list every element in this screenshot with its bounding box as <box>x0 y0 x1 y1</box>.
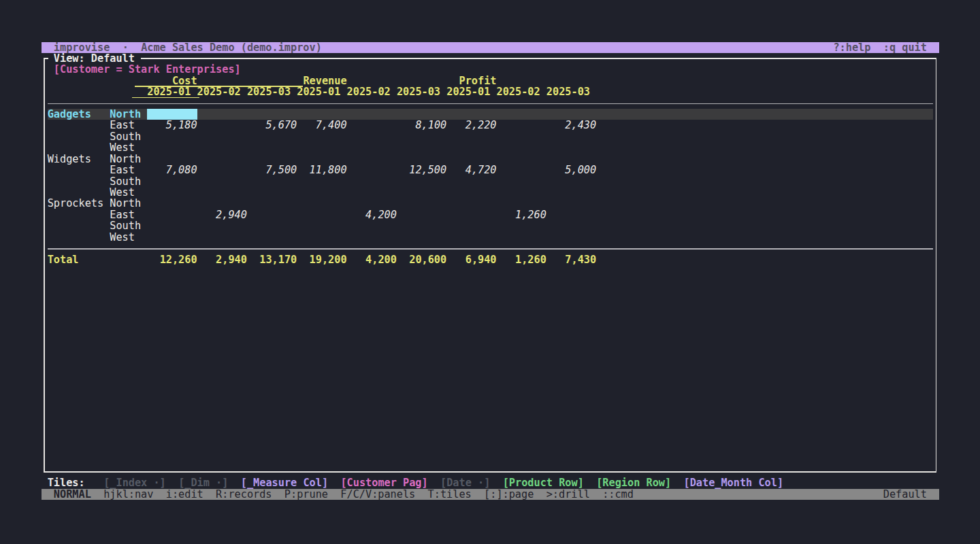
row-region-label[interactable]: South <box>110 220 141 231</box>
pivot-data-row: WidgetsNorth <box>42 154 940 165</box>
tile-column[interactable]: [Date_Month Col] <box>683 477 783 488</box>
title-separator-icon: · <box>122 42 129 53</box>
title-bar: improvise·Acme Sales Demo (demo.improv)?… <box>42 42 940 53</box>
col-header-month-3[interactable]: 2025-01 <box>297 86 340 97</box>
col-header-month-7[interactable]: 2025-02 <box>497 86 540 97</box>
col-header-month-0[interactable]: 2025-01 <box>147 86 191 97</box>
document-title: Acme Sales Demo (demo.improv) <box>141 42 322 53</box>
month-header-row: 2025-012025-022025-032025-012025-022025-… <box>42 86 940 97</box>
pivot-data-row: South <box>42 131 940 142</box>
pivot-data-row: South <box>42 220 940 231</box>
status-bar: NORMALhjkl:nav i:edit R:records P:prune … <box>42 489 940 500</box>
status-view-name: Default <box>883 489 927 500</box>
pivot-data-row: West <box>42 142 940 153</box>
cell-value[interactable]: 4,720 <box>466 165 497 175</box>
row-region-label[interactable]: West <box>110 187 135 198</box>
row-region-label[interactable]: East <box>110 120 135 131</box>
pivot-data-row: GadgetsNorth <box>42 109 940 120</box>
row-region-label[interactable]: South <box>110 176 141 187</box>
pivot-data-row: East7,0807,50011,80012,5004,7205,000 <box>42 165 940 175</box>
row-region-label[interactable]: East <box>110 209 135 220</box>
total-separator-row <box>42 243 940 254</box>
col-header-month-6[interactable]: 2025-01 <box>446 86 490 97</box>
terminal: improvise·Acme Sales Demo (demo.improv)?… <box>42 42 940 500</box>
row-region-label[interactable]: North <box>110 109 141 120</box>
cell-value[interactable]: 4,200 <box>365 209 397 220</box>
total-value: 4,200 <box>365 254 397 265</box>
pivot-data-row: South <box>42 176 940 187</box>
tile-inactive[interactable]: [Date ·] <box>440 477 490 488</box>
col-header-month-4[interactable]: 2025-02 <box>347 86 391 97</box>
pivot-data-row: East5,1805,6707,4008,1002,2202,430 <box>42 120 940 131</box>
status-mode: NORMAL <box>54 489 91 500</box>
tile-inactive[interactable]: [_Dim ·] <box>178 477 228 488</box>
status-keybindings: hjkl:nav i:edit R:records P:prune F/C/V:… <box>103 489 634 500</box>
row-region-label[interactable]: South <box>110 131 141 142</box>
cell-value[interactable]: 7,500 <box>265 165 297 175</box>
selected-cell[interactable] <box>147 109 197 120</box>
col-header-month-8[interactable]: 2025-03 <box>546 86 590 97</box>
row-region-label[interactable]: North <box>110 198 141 209</box>
total-value: 2,940 <box>216 254 247 265</box>
cell-value[interactable]: 2,430 <box>565 120 596 131</box>
header-separator-line <box>48 103 933 105</box>
row-product-label[interactable]: Gadgets <box>48 109 91 120</box>
filter-row: [Customer = Stark Enterprises] <box>42 64 940 75</box>
panel-title: View: Default <box>54 53 135 64</box>
tile-inactive[interactable]: [_Index ·] <box>103 477 166 488</box>
cell-value[interactable]: 11,800 <box>310 165 347 175</box>
help-hint: ?:help :q quit <box>833 42 926 53</box>
pivot-data-row: West <box>42 187 940 198</box>
cell-value[interactable]: 7,400 <box>316 120 347 131</box>
row-region-label[interactable]: West <box>110 232 135 243</box>
total-value: 13,170 <box>259 254 297 265</box>
tile-measure[interactable]: [_Measure Col] <box>241 477 328 488</box>
cell-value[interactable]: 7,080 <box>166 165 197 175</box>
row-region-label[interactable]: East <box>110 165 135 175</box>
row-product-label[interactable]: Sprockets <box>48 198 103 209</box>
row-region-label[interactable]: West <box>110 142 135 153</box>
cell-value[interactable]: 5,180 <box>166 120 197 131</box>
col-header-month-1[interactable]: 2025-02 <box>197 86 241 97</box>
pivot-data-row: East2,9404,2001,260 <box>42 209 940 220</box>
cell-value[interactable]: 2,220 <box>466 120 497 131</box>
pivot-total-row: Total12,2602,94013,17019,2004,20020,6006… <box>42 254 940 265</box>
panel-border-right <box>936 58 937 471</box>
total-value: 7,430 <box>565 254 596 265</box>
total-value: 19,200 <box>310 254 347 265</box>
panel-border-left <box>44 58 45 471</box>
app-name: improvise <box>54 42 110 53</box>
screen: { "titlebar": { "app_name": "improvise",… <box>0 0 980 544</box>
tile-row[interactable]: [Product Row] <box>503 477 584 488</box>
cell-value[interactable]: 1,260 <box>515 209 546 220</box>
pivot-data-row: SprocketsNorth <box>42 198 940 209</box>
total-label: Total <box>48 254 79 265</box>
tiles-label: Tiles: <box>48 477 85 488</box>
cell-value[interactable]: 2,940 <box>216 209 247 220</box>
panel-header-row: View: Default <box>42 53 940 64</box>
cell-value[interactable]: 8,100 <box>415 120 446 131</box>
col-group-profit[interactable]: Profit <box>459 75 497 86</box>
total-value: 12,260 <box>160 254 197 265</box>
panel-border-bottom <box>44 471 936 473</box>
cell-value[interactable]: 5,000 <box>565 165 596 175</box>
panel-border-top <box>141 58 936 59</box>
tile-row[interactable]: [Region Row] <box>596 477 671 488</box>
header-separator-row <box>42 98 940 109</box>
cell-value[interactable]: 12,500 <box>409 165 446 175</box>
tiles-bar: Tiles:[_Index ·][_Dim ·][_Measure Col][C… <box>42 477 940 488</box>
total-separator-line <box>48 248 933 250</box>
measure-group-header-row: CostRevenueProfit <box>42 75 940 86</box>
col-group-cost[interactable]: Cost <box>172 75 197 86</box>
row-region-label[interactable]: North <box>110 154 141 165</box>
total-value: 20,600 <box>409 254 446 265</box>
col-header-month-5[interactable]: 2025-03 <box>397 86 440 97</box>
total-value: 1,260 <box>515 254 546 265</box>
col-group-revenue[interactable]: Revenue <box>303 75 346 86</box>
row-product-label[interactable]: Widgets <box>48 154 91 165</box>
pivot-data-row: West <box>42 232 940 243</box>
col-header-month-2[interactable]: 2025-03 <box>247 86 291 97</box>
cell-value[interactable]: 5,670 <box>265 120 297 131</box>
filter-chip[interactable]: [Customer = Stark Enterprises] <box>54 64 241 75</box>
tile-page[interactable]: [Customer Pag] <box>340 477 427 488</box>
